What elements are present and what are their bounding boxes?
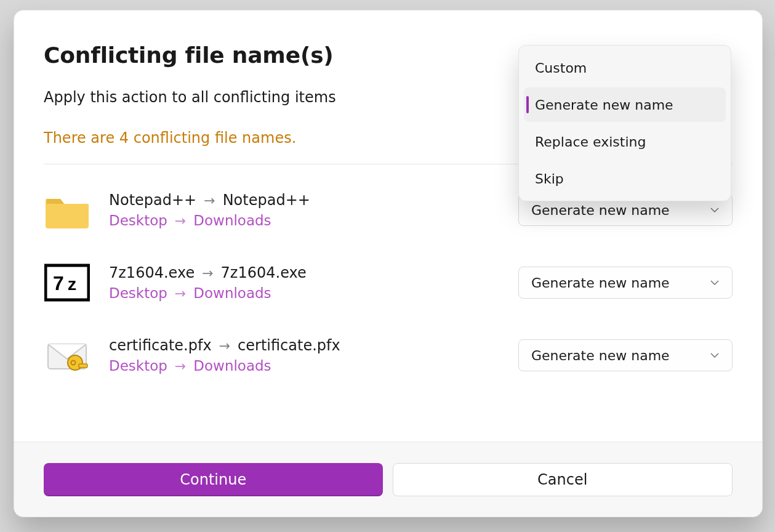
src-name: certificate.pfx — [109, 337, 212, 354]
src-path-link[interactable]: Desktop — [109, 212, 167, 228]
certificate-icon — [44, 334, 90, 376]
conflict-item: certificate.pfx → certificate.pfx Deskto… — [44, 334, 733, 376]
dropdown-value: Generate new name — [531, 348, 670, 363]
flyout-option-custom[interactable]: Custom — [524, 50, 726, 85]
dialog-footer: Continue Cancel — [14, 441, 762, 517]
conflict-item-info: certificate.pfx → certificate.pfx Deskto… — [109, 337, 500, 374]
action-flyout: Custom Generate new name Replace existin… — [518, 45, 731, 201]
arrow-right-icon: → — [175, 358, 186, 374]
conflict-list: Notepad++ → Notepad++ Desktop → Download… — [44, 189, 733, 376]
svg-rect-5 — [79, 364, 87, 368]
svg-rect-0 — [46, 265, 89, 300]
dst-name: certificate.pfx — [238, 337, 340, 354]
dst-name: Notepad++ — [223, 191, 310, 209]
dst-name: 7z1604.exe — [221, 264, 307, 281]
conflict-item-info: Notepad++ → Notepad++ Desktop → Download… — [109, 191, 500, 228]
chevron-down-icon — [710, 203, 720, 218]
src-name: 7z1604.exe — [109, 264, 195, 281]
folder-icon — [44, 189, 90, 231]
conflict-dialog: Conflicting file name(s) Apply this acti… — [14, 10, 763, 517]
svg-text:7: 7 — [53, 272, 64, 294]
conflict-item-info: 7z1604.exe → 7z1604.exe Desktop → Downlo… — [109, 264, 500, 301]
dst-path-link[interactable]: Downloads — [193, 212, 271, 228]
chevron-down-icon — [710, 348, 720, 363]
dst-path-link[interactable]: Downloads — [193, 285, 271, 301]
dropdown-value: Generate new name — [531, 203, 670, 218]
arrow-right-icon: → — [175, 286, 186, 301]
arrow-right-icon: → — [219, 338, 230, 353]
chevron-down-icon — [710, 275, 720, 291]
action-dropdown[interactable]: Generate new name — [518, 267, 733, 299]
flyout-option-skip[interactable]: Skip — [524, 161, 726, 196]
src-path-link[interactable]: Desktop — [109, 285, 167, 301]
dst-path-link[interactable]: Downloads — [193, 358, 271, 374]
dropdown-value: Generate new name — [531, 275, 670, 291]
flyout-option-generate-new-name[interactable]: Generate new name — [524, 87, 726, 122]
arrow-right-icon: → — [202, 265, 213, 281]
svg-text:z: z — [68, 275, 76, 294]
arrow-right-icon: → — [175, 213, 186, 228]
flyout-option-replace-existing[interactable]: Replace existing — [524, 124, 726, 159]
src-name: Notepad++ — [109, 191, 196, 209]
action-dropdown[interactable]: Generate new name — [518, 339, 733, 371]
continue-button[interactable]: Continue — [44, 463, 383, 496]
arrow-right-icon: → — [204, 193, 215, 208]
conflict-item: 7 z 7z1604.exe → 7z1604.exe Desktop → Do… — [44, 262, 733, 304]
cancel-button[interactable]: Cancel — [393, 463, 733, 496]
src-path-link[interactable]: Desktop — [109, 358, 167, 374]
sevenzip-icon: 7 z — [44, 262, 90, 304]
